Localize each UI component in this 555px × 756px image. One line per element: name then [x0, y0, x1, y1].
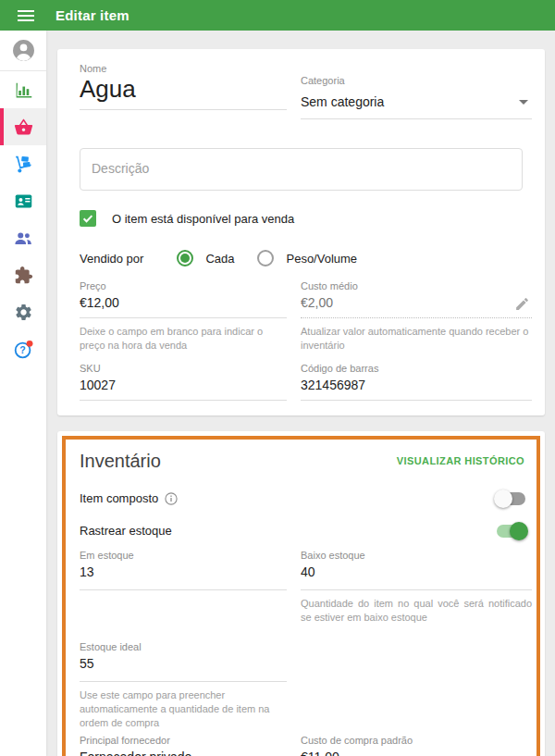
sidebar-item-reports[interactable] [0, 71, 46, 108]
sku-label: SKU [80, 363, 287, 374]
purchase-cost-input[interactable] [301, 746, 532, 756]
sidebar-item-employees[interactable] [0, 182, 46, 219]
track-stock-toggle[interactable] [494, 522, 528, 540]
content-area: Nome Categoria Sem categoria [46, 31, 555, 756]
view-history-link[interactable]: VISUALIZAR HISTÓRICO [397, 455, 524, 466]
optimal-stock-input[interactable] [80, 652, 287, 682]
contact-badge-icon [14, 192, 33, 211]
optimal-stock-label: Estoque ideal [80, 641, 287, 652]
price-input[interactable] [80, 291, 287, 318]
available-for-sale-checkbox[interactable] [80, 210, 96, 227]
sidebar-item-apps[interactable] [0, 256, 46, 293]
category-selected-value: Sem categoria [301, 94, 384, 109]
bar-chart-icon [14, 81, 33, 100]
supplier-input[interactable] [80, 746, 287, 756]
sold-by-label: Vendido por [80, 252, 143, 266]
sidebar-item-settings[interactable] [0, 293, 46, 330]
low-stock-input[interactable] [301, 561, 532, 590]
sold-by-radio-each[interactable] [177, 250, 193, 266]
category-label: Categoria [301, 75, 532, 86]
help-icon: ? [13, 339, 34, 360]
inventory-card: Inventário VISUALIZAR HISTÓRICO Item com… [57, 431, 545, 756]
app-bar: Editar item [0, 0, 555, 31]
puzzle-piece-icon [14, 266, 33, 285]
composite-item-toggle[interactable] [494, 490, 528, 508]
avg-cost-input [301, 291, 514, 317]
price-helper-text: Deixe o campo em branco para indicar o p… [80, 325, 287, 353]
item-details-card: Nome Categoria Sem categoria [57, 49, 545, 415]
hand-truck-icon [14, 155, 33, 174]
price-label: Preço [80, 280, 287, 291]
sidebar-item-account[interactable] [0, 31, 46, 71]
sold-by-weight-label: Peso/Volume [286, 252, 357, 266]
barcode-label: Código de barras [301, 363, 532, 374]
optimal-stock-helper-text: Use este campo para preencher automatica… [80, 688, 287, 731]
app-window: Editar item [0, 0, 555, 756]
page-title: Editar item [56, 7, 130, 23]
edit-pencil-icon[interactable] [514, 296, 530, 312]
low-stock-label: Baixo estoque [301, 550, 532, 561]
in-stock-label: Em estoque [80, 550, 287, 561]
inventory-section-title: Inventário [80, 451, 161, 472]
shopping-basket-icon [14, 118, 33, 137]
sidebar-item-inventory-management[interactable] [0, 145, 46, 182]
sold-by-radio-weight[interactable] [257, 250, 274, 266]
name-label: Nome [80, 63, 287, 74]
barcode-input[interactable] [301, 374, 532, 401]
composite-item-label: Item composto [80, 491, 158, 505]
sidebar-nav: ? [0, 31, 46, 756]
avg-cost-label: Custo médio [301, 280, 532, 291]
sidebar-item-customers[interactable] [0, 219, 46, 256]
purchase-cost-label: Custo de compra padrão [301, 735, 532, 746]
description-textarea[interactable] [80, 149, 522, 190]
sidebar-item-items[interactable] [0, 108, 46, 145]
check-icon [81, 212, 94, 225]
supplier-label: Principal fornecedor [80, 735, 287, 746]
svg-text:?: ? [19, 344, 25, 355]
name-input[interactable] [80, 74, 287, 110]
gear-icon [14, 303, 33, 322]
in-stock-input[interactable] [80, 561, 287, 590]
hamburger-menu-icon[interactable] [18, 15, 34, 17]
sold-by-each-label: Cada [205, 252, 234, 266]
chevron-down-icon [519, 100, 528, 105]
description-field-container [80, 148, 523, 191]
low-stock-helper-text: Quantidade do item no qual você será not… [301, 597, 532, 626]
account-avatar-icon [12, 39, 35, 62]
category-select[interactable]: Sem categoria [301, 90, 532, 119]
avg-cost-field [301, 291, 532, 318]
sku-input[interactable] [80, 374, 287, 401]
info-icon[interactable] [165, 492, 178, 505]
available-for-sale-label: O item está disponível para venda [112, 212, 294, 226]
track-stock-label: Rastrear estoque [80, 524, 172, 538]
sidebar-item-help[interactable]: ? [0, 330, 46, 367]
customers-people-icon [13, 228, 33, 248]
notification-dot [26, 340, 32, 346]
avg-cost-helper-text: Atualizar valor automaticamente quando r… [301, 325, 532, 353]
